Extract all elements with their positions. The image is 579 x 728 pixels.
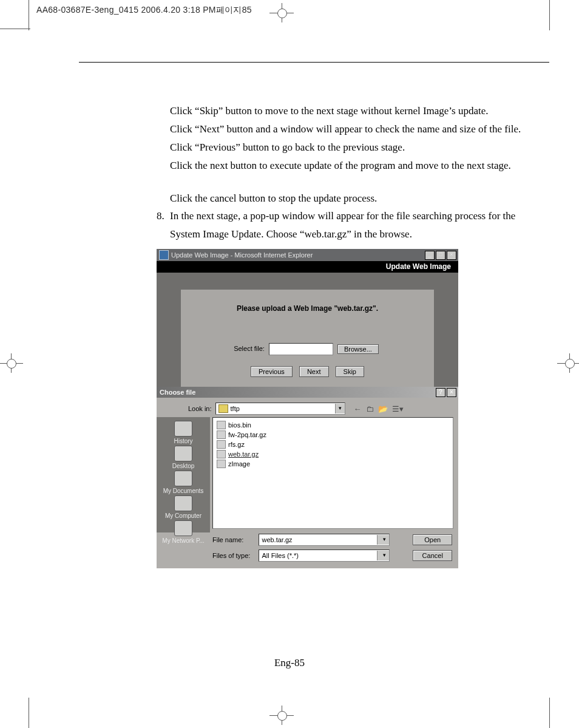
screenshot-update-web-image: Update Web Image - Microsoft Internet Ex… [157, 249, 458, 568]
file-item[interactable]: rfs.gz [217, 440, 449, 449]
select-file-label: Select file: [234, 345, 265, 352]
minimize-button[interactable]: _ [425, 251, 435, 260]
header-rule [79, 62, 549, 63]
skip-button[interactable]: Skip [336, 366, 364, 377]
ie-titlebar: Update Web Image - Microsoft Internet Ex… [157, 249, 458, 261]
help-button[interactable]: ? [436, 388, 445, 397]
views-icon[interactable]: ☰▾ [392, 404, 404, 413]
crop-mark [549, 0, 550, 30]
history-icon [174, 421, 192, 437]
lookin-combo[interactable]: tftp ▾ [215, 403, 345, 415]
browse-button[interactable]: Browse... [337, 344, 379, 354]
ie-icon [159, 250, 169, 260]
file-list[interactable]: bios.bin fw-2pq.tar.gz rfs.gz web.tar.gz… [212, 417, 453, 529]
upload-prompt: Please upload a Web Image "web.tar.gz". [181, 304, 434, 313]
computer-icon [174, 495, 192, 511]
file-icon [217, 460, 226, 468]
previous-button[interactable]: Previous [251, 366, 293, 377]
instruction-line: Click the cancel button to stop the upda… [170, 189, 525, 208]
crop-mark [29, 698, 29, 728]
page-heading-band: Update Web Image [157, 261, 458, 273]
file-icon [217, 440, 226, 449]
open-button[interactable]: Open [413, 534, 452, 545]
instruction-block: Click “Skip” button to move to the next … [170, 102, 525, 175]
next-button[interactable]: Next [299, 366, 329, 377]
print-job-header: AA68-03687E-3eng_0415 2006.4.20 3:18 PM페… [36, 5, 252, 16]
places-network[interactable]: My Network P... [162, 520, 204, 544]
filetype-label: Files of type: [212, 552, 254, 559]
file-item[interactable]: zImage [217, 459, 449, 469]
chevron-down-icon[interactable]: ▾ [377, 551, 389, 560]
filename-label: File name: [212, 536, 254, 543]
places-desktop[interactable]: Desktop [172, 446, 195, 469]
step-text: System Image Update. Choose “web.tar.gz”… [170, 228, 412, 240]
file-icon [217, 421, 226, 429]
instruction-line: Click “Previous” button to go back to th… [170, 138, 525, 157]
step-8: 8. In the next stage, a pop-up window wi… [157, 207, 533, 243]
crop-mark [29, 0, 29, 30]
close-button[interactable]: × [447, 251, 456, 260]
crop-mark [0, 29, 30, 29]
dialog-titlebar: Choose file ? × [157, 387, 458, 398]
instruction-line: Click “Next” button and a window will ap… [170, 120, 525, 138]
instruction-line: Click “Skip” button to move to the next … [170, 102, 525, 120]
places-history[interactable]: History [174, 421, 192, 444]
lookin-value: tftp [231, 405, 240, 412]
select-file-input[interactable] [269, 343, 333, 355]
cancel-button[interactable]: Cancel [413, 550, 452, 561]
places-bar: History Desktop My Documents My Computer… [157, 417, 210, 532]
network-icon [174, 520, 192, 536]
window-title: Update Web Image - Microsoft Internet Ex… [171, 251, 313, 259]
dialog-title-text: Choose file [160, 389, 195, 396]
filetype-combo[interactable]: All Files (*.*)▾ [259, 549, 390, 562]
chevron-down-icon[interactable]: ▾ [335, 404, 345, 413]
file-icon [217, 430, 226, 439]
file-icon [217, 450, 226, 458]
choose-file-dialog: Choose file ? × Look in: tftp ▾ ← 🗀 📂 ☰▾ [157, 387, 458, 568]
maximize-button[interactable]: □ [436, 251, 445, 260]
step-number: 8. [157, 207, 170, 225]
file-item[interactable]: bios.bin [217, 420, 449, 430]
folder-icon [218, 404, 228, 413]
close-button[interactable]: × [447, 388, 456, 397]
places-computer[interactable]: My Computer [165, 495, 201, 519]
chevron-down-icon[interactable]: ▾ [377, 535, 389, 545]
crop-mark [549, 698, 550, 728]
documents-icon [174, 471, 192, 486]
file-item[interactable]: fw-2pq.tar.gz [217, 430, 449, 440]
file-item-selected[interactable]: web.tar.gz [217, 449, 449, 459]
step-text: In the next stage, a pop-up window will … [170, 210, 515, 222]
lookin-label: Look in: [188, 405, 212, 412]
desktop-icon [174, 446, 192, 461]
up-folder-icon[interactable]: 🗀 [366, 404, 374, 413]
instruction-line: Click the next button to execute update … [170, 157, 525, 175]
back-icon[interactable]: ← [354, 404, 362, 413]
new-folder-icon[interactable]: 📂 [378, 404, 388, 413]
filename-input[interactable]: web.tar.gz▾ [259, 534, 390, 546]
page-number: Eng-85 [0, 657, 579, 669]
places-documents[interactable]: My Documents [163, 471, 204, 494]
